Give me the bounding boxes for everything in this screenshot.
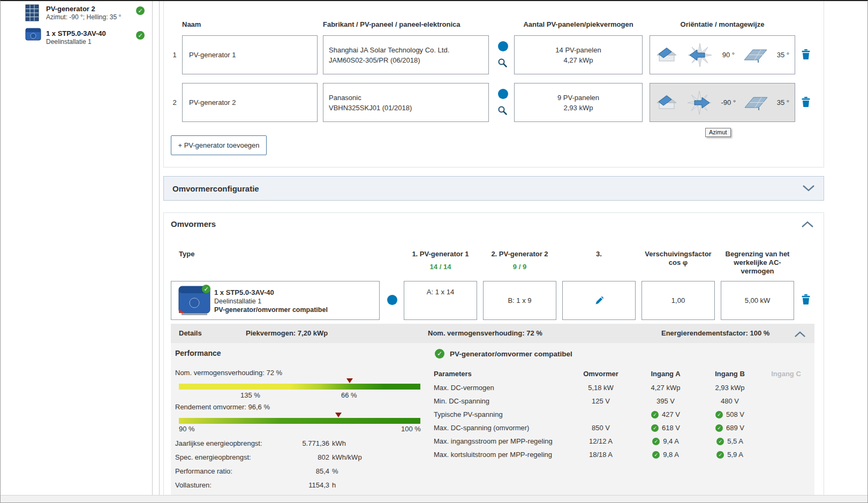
performance-title: Performance (175, 349, 221, 357)
param-label: Max. DC-vermogen (434, 384, 569, 392)
section-omvormerconfiguratie[interactable]: Omvormerconfiguratie (163, 176, 824, 201)
header-ingang-b: Ingang B (698, 370, 761, 378)
stat-label: Vollasturen: (175, 481, 294, 489)
info-icon[interactable] (387, 295, 397, 305)
details-header-bar[interactable]: Details Piekvermogen: 7,20 kWp Nom. verm… (171, 324, 814, 343)
tilt-value: 35 ° (777, 98, 789, 106)
pv-panel-icon (25, 4, 39, 21)
status-ok-icon (136, 31, 145, 40)
tilt-angle-icon (743, 47, 768, 63)
delete-generator-button[interactable] (802, 49, 810, 59)
param-value: 395 V (656, 397, 675, 405)
inverter-icon (25, 28, 41, 42)
add-generator-button[interactable]: + PV-generator toevoegen (171, 135, 267, 155)
param-ingang-a: 427 V (633, 410, 698, 418)
gauge-tick: 90 % (179, 425, 195, 433)
param-value: 5,9 A (727, 451, 743, 459)
stat-value: 5.771,36 (294, 439, 329, 447)
search-icon[interactable] (497, 105, 507, 115)
param-value: 5,5 A (727, 437, 743, 445)
section-title: Omvormers (171, 219, 216, 228)
param-value: 480 V (721, 397, 739, 405)
stat-row: Jaarlijkse energieopbrengst: 5.771,36 kW… (175, 436, 362, 450)
input-c-edit-field[interactable] (562, 281, 636, 320)
delete-inverter-button[interactable] (802, 294, 810, 304)
param-row: Min. DC-spanning 125 V 395 V 480 V (434, 394, 813, 408)
generator-row: 2 PV-generator 2 Panasonic VBHN325SKJ01 … (164, 83, 824, 122)
input-a-value: A: 1 x 14 (427, 288, 454, 296)
generator-name-field[interactable]: PV-generator 1 (182, 35, 318, 74)
row-index: 2 (168, 83, 181, 122)
param-ingang-a: 9,4 A (633, 437, 698, 445)
column-header-ac-limit: Begrenzing van het werkelijke AC-vermoge… (721, 250, 794, 276)
param-row: Max. kortsluitstroom per MPP-regeling 18… (434, 448, 813, 461)
param-label: Typische PV-spanning (434, 410, 569, 418)
generator-1-header: 1. PV-generator 1 (412, 250, 469, 258)
azimuth-value: -90 ° (721, 98, 736, 106)
input-b-field[interactable]: B: 1 x 9 (483, 281, 556, 320)
check-icon (715, 424, 723, 432)
param-ingang-a: 9,8 A (633, 451, 698, 459)
info-icon[interactable] (498, 41, 508, 51)
panel-count-field[interactable]: 14 PV-panelen 4,27 kWp (514, 35, 643, 74)
azimuth-value: 90 ° (722, 51, 735, 59)
param-omvormer: 12/12 A (569, 437, 633, 445)
param-ingang-b: 480 V (698, 397, 761, 405)
stat-label: Jaarlijkse energieopbrengst: (175, 439, 294, 447)
collapse-section-button[interactable] (801, 220, 814, 228)
column-header-cos-phi: Verschuivingsfactor cos φ (641, 250, 715, 267)
panel-selection-field[interactable]: Panasonic VBHN325SKJ01 (01/2018) (323, 83, 489, 122)
chevron-up-icon[interactable] (794, 331, 806, 338)
stat-value: 802 (294, 453, 329, 461)
sidebar-item-inverter[interactable]: 1 x STP5.0-3AV-40 Deelinstallatie 1 (1, 26, 152, 50)
azimuth-compass-icon[interactable] (686, 90, 713, 115)
azimuth-compass-icon[interactable] (686, 43, 713, 67)
row-index: 1 (168, 35, 181, 74)
panel-count-field[interactable]: 9 PV-panelen 2,93 kWp (514, 83, 643, 122)
parameters-header-row: Parameters Omvormer Ingang A Ingang B In… (434, 367, 813, 381)
orientation-field[interactable]: -90 ° 35 ° (650, 83, 795, 122)
check-icon (435, 349, 444, 359)
input-a-field[interactable]: A: 1 x 14 (404, 281, 477, 320)
house-icon (655, 94, 678, 112)
param-row: Max. DC-vermogen 5,18 kW 4,27 kWp 2,93 k… (434, 381, 813, 394)
sidebar-item-pv-generator-2[interactable]: PV-generator 2 Azimut: -90 °; Helling: 3… (1, 1, 152, 26)
param-value: 9,8 A (663, 451, 679, 459)
row-icons (495, 35, 510, 74)
param-row: Max. DC-spanning (omvormer) 850 V 618 V … (434, 421, 813, 435)
nominal-ratio-label: Nom. vermogensverhouding: 72 % (175, 369, 282, 377)
pv-generators-panel: Naam Fabrikant / PV-paneel / paneel-elek… (163, 1, 824, 167)
inverter-type-field[interactable]: 1 x STP5.0-3AV-40 Deelinstallatie 1 PV-g… (171, 281, 380, 320)
stat-unit: kWh/kWp (332, 453, 362, 461)
pencil-icon (594, 296, 604, 306)
generator-row: 1 PV-generator 1 Shanghai JA Solar Techn… (164, 35, 824, 74)
peak-power: 4,27 kWp (515, 55, 642, 65)
horizontal-scrollbar[interactable] (1, 495, 867, 502)
house-icon (655, 46, 678, 64)
generator-name-field[interactable]: PV-generator 2 (182, 83, 318, 122)
ac-limit-field[interactable]: 5,00 kW (721, 281, 794, 320)
trash-icon (802, 294, 810, 304)
param-value: 689 V (726, 424, 744, 432)
inverter-efficiency-gauge (179, 418, 420, 424)
param-row: Max. ingangsstroom per MPP-regeling 12/1… (434, 435, 813, 448)
column-header-generator-2: 2. PV-generator 2 9 / 9 (483, 250, 556, 271)
stat-row: Performance ratio: 85,4 % (175, 464, 362, 478)
info-icon[interactable] (498, 89, 508, 99)
panel-selection-field[interactable]: Shanghai JA Solar Technology Co. Ltd. JA… (323, 35, 489, 74)
chevron-down-icon[interactable] (802, 185, 815, 192)
param-ingang-a: 395 V (633, 397, 698, 405)
search-icon[interactable] (497, 58, 507, 67)
input-b-value: B: 1 x 9 (508, 296, 531, 304)
param-label: Max. ingangsstroom per MPP-regeling (434, 437, 569, 445)
generator-1-count: 14 / 14 (404, 263, 477, 271)
param-omvormer: 850 V (569, 424, 633, 432)
cos-phi-field[interactable]: 1,00 (641, 281, 715, 320)
orientation-field[interactable]: 90 ° 35 ° (650, 35, 795, 74)
check-icon (651, 424, 659, 432)
stat-value: 1154,3 (294, 481, 329, 489)
delete-generator-button[interactable] (802, 97, 810, 107)
generator-2-header: 2. PV-generator 2 (491, 250, 548, 258)
gauge-marker-icon (335, 413, 342, 417)
check-icon (652, 438, 660, 445)
